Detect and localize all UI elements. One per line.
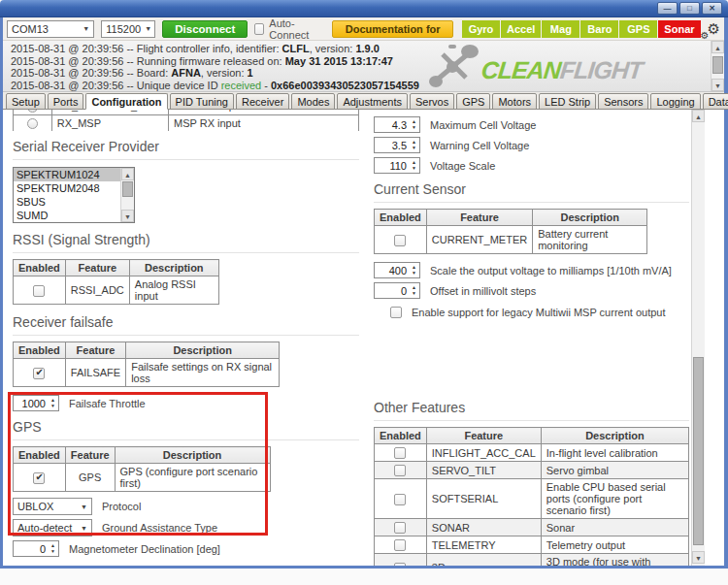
current-scale-label: Scale the output voltage to milliamps [1…	[430, 265, 672, 276]
scroll-down-icon[interactable]: ▼	[121, 210, 134, 222]
softserial-checkbox[interactable]	[394, 494, 406, 505]
right-column: 4.3 ▲▼ Maximum Cell Voltage 3.5 ▲▼ Warni…	[374, 116, 689, 566]
settings-gear-icon[interactable]: ⚙ ⚙	[708, 21, 720, 36]
voltage-scale-input[interactable]: 110 ▲▼	[374, 157, 420, 174]
current-offset-label: Offset in millivolt steps	[430, 285, 536, 297]
gps-heading: GPS	[13, 419, 359, 440]
current-offset-input[interactable]: 0 ▲▼	[374, 282, 420, 299]
rssi-adc-checkbox[interactable]	[33, 285, 45, 297]
maximize-button[interactable]: □	[679, 2, 700, 15]
port-select-value: COM13	[12, 23, 49, 35]
content-scrollbar[interactable]: ▲ ▼	[691, 110, 705, 566]
legacy-msp-current-checkbox[interactable]	[390, 307, 402, 318]
spin-down-icon[interactable]: ▼	[50, 404, 55, 408]
max-cell-voltage-input[interactable]: 4.3 ▲▼	[374, 116, 420, 133]
table-row: SERVO_TILT Servo gimbal	[375, 462, 689, 479]
gps-assistance-label: Ground Assistance Type	[102, 522, 217, 534]
list-item[interactable]: SPEKTRUM2048	[14, 181, 134, 195]
scroll-thumb[interactable]	[693, 357, 704, 545]
tab-pid-tuning[interactable]: PID Tuning	[170, 93, 234, 110]
rx-msp-radio[interactable]	[27, 118, 38, 129]
tab-logging[interactable]: Logging	[650, 93, 700, 110]
failsafe-table: Enabled Feature Description FAILSAFE Fai…	[13, 341, 280, 387]
listbox-scrollbar[interactable]: ▲ ▼	[120, 168, 134, 222]
current-scale-input[interactable]: 400 ▲▼	[374, 262, 420, 278]
table-row: SONAR Sonar	[375, 519, 689, 536]
app-window: — □ ✕ COM13 ▼ 115200 ▼ Disconnect Auto-C…	[0, 0, 728, 569]
list-item[interactable]: SUMD	[14, 209, 134, 222]
tab-dataflash[interactable]: Dataflash	[703, 93, 728, 110]
log-scrollbar[interactable]: ▲ ▼	[711, 41, 724, 91]
tab-modes[interactable]: Modes	[291, 93, 335, 110]
tab-motors[interactable]: Motors	[492, 93, 537, 110]
magnetometer-declination-input[interactable]: 0 ▲▼	[13, 540, 59, 557]
baud-select-value: 115200	[106, 23, 141, 35]
title-bar[interactable]: — □ ✕	[0, 0, 728, 17]
gps-assistance-value: Auto-detect	[17, 522, 72, 534]
gps-checkbox[interactable]	[33, 472, 45, 484]
documentation-button[interactable]: Documentation for 1.9.0	[332, 20, 453, 38]
tab-configuration[interactable]: Configuration	[85, 93, 167, 110]
gps-assistance-select[interactable]: Auto-detect ▼	[13, 519, 92, 536]
disconnect-button[interactable]: Disconnect	[162, 20, 248, 38]
sensor-gyro: Gyro	[462, 20, 500, 38]
rssi-heading: RSSI (Signal Strength)	[13, 232, 359, 253]
current-sensor-heading: Current Sensor	[374, 181, 689, 203]
tab-sensors[interactable]: Sensors	[598, 93, 648, 110]
spin-down-icon[interactable]: ▼	[412, 125, 416, 130]
spin-down-icon[interactable]: ▼	[50, 549, 55, 554]
scroll-thumb[interactable]	[122, 181, 133, 197]
max-cell-voltage-label: Maximum Cell Voltage	[430, 119, 536, 131]
port-select[interactable]: COM13 ▼	[7, 20, 94, 38]
spin-down-icon[interactable]: ▼	[412, 146, 416, 150]
scroll-thumb[interactable]	[712, 56, 723, 74]
scroll-down-icon[interactable]: ▼	[711, 79, 724, 91]
gps-protocol-select[interactable]: UBLOX ▼	[13, 498, 92, 515]
sensor-accel: Accel	[501, 20, 541, 38]
tab-led-strip[interactable]: LED Strip	[539, 93, 596, 110]
table-row: INFLIGHT_ACC_CAL In-flight level calibra…	[375, 444, 689, 462]
threed-mode-checkbox[interactable]	[394, 563, 406, 566]
sonar-checkbox[interactable]	[394, 522, 406, 534]
scroll-up-icon[interactable]: ▲	[121, 168, 134, 180]
scroll-up-icon[interactable]: ▲	[711, 41, 724, 53]
table-row: 3D 3D mode (for use with reversible ESCs…	[375, 554, 689, 566]
table-row: SOFTSERIAL Enable CPU based serial ports…	[375, 479, 689, 519]
left-column: RX_PARALLEL_PWM PWM RX input RX_MSP MSP …	[13, 110, 359, 557]
servo-tilt-checkbox[interactable]	[394, 465, 406, 476]
autoconnect-label: Auto-Connect	[269, 17, 321, 41]
scroll-up-icon[interactable]: ▲	[692, 110, 705, 122]
close-button[interactable]: ✕	[702, 2, 722, 15]
list-item[interactable]: SBUS	[14, 195, 134, 209]
warning-cell-voltage-input[interactable]: 3.5 ▲▼	[374, 137, 420, 153]
baud-select[interactable]: 115200 ▼	[101, 20, 155, 38]
autoconnect-checkbox[interactable]	[254, 23, 264, 35]
minimize-button[interactable]: —	[657, 2, 678, 15]
tab-ports[interactable]: Ports	[48, 93, 84, 110]
tab-receiver[interactable]: Receiver	[236, 93, 289, 110]
tab-adjustments[interactable]: Adjustments	[337, 93, 408, 110]
failsafe-throttle-input[interactable]: 1000 ▲▼	[13, 395, 59, 411]
table-row: GPS GPS (configure port scenario first)	[14, 464, 271, 492]
tab-gps[interactable]: GPS	[456, 93, 490, 110]
tab-bar: Setup Ports Configuration PID Tuning Rec…	[3, 92, 724, 110]
chevron-down-icon: ▼	[81, 504, 87, 510]
spin-down-icon[interactable]: ▼	[412, 291, 416, 296]
scroll-down-icon[interactable]: ▼	[692, 551, 705, 564]
telemetry-checkbox[interactable]	[394, 539, 406, 551]
gps-protocol-value: UBLOX	[17, 501, 53, 512]
serial-receiver-listbox[interactable]: SPEKTRUM1024 SPEKTRUM2048 SBUS SUMD ▲ ▼	[13, 167, 135, 223]
warning-cell-voltage-label: Warning Cell Voltage	[430, 140, 529, 151]
list-item[interactable]: SPEKTRUM1024	[14, 168, 134, 181]
spin-down-icon[interactable]: ▼	[412, 271, 416, 276]
rx-parallel-pwm-radio[interactable]	[27, 110, 38, 113]
logo-flight: FLIGHT	[559, 56, 644, 83]
failsafe-throttle-label: Failsafe Throttle	[69, 398, 146, 409]
gps-table: Enabled Feature Description GPS GPS (con…	[13, 446, 271, 492]
current-meter-checkbox[interactable]	[394, 235, 406, 246]
tab-setup[interactable]: Setup	[6, 93, 46, 110]
failsafe-checkbox[interactable]	[33, 368, 45, 379]
inflight-acc-cal-checkbox[interactable]	[394, 447, 406, 459]
tab-servos[interactable]: Servos	[410, 93, 454, 110]
spin-down-icon[interactable]: ▼	[412, 166, 416, 171]
